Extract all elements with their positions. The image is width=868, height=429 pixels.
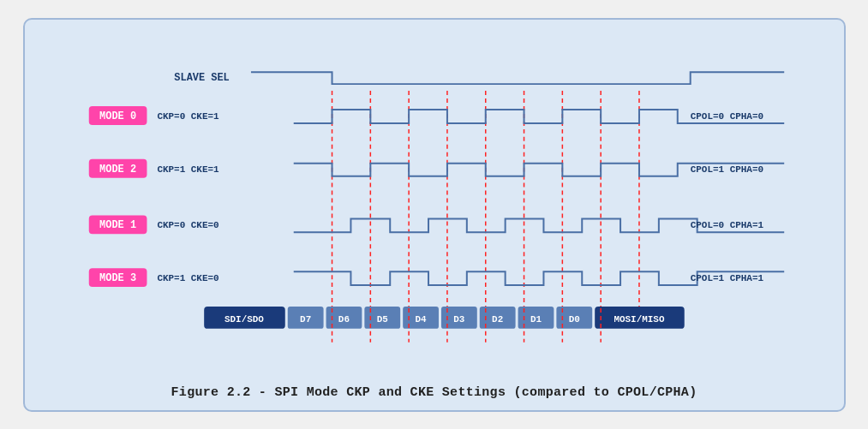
figure-caption: Figure 2.2 - SPI Mode CKP and CKE Settin… <box>171 385 697 400</box>
mode1-badge: MODE 1 <box>99 219 136 231</box>
mode3-badge: MODE 3 <box>99 272 136 284</box>
d6-label: D6 <box>338 313 349 324</box>
d0-label: D0 <box>568 313 579 324</box>
mode2-right: CPOL=1 CPHA=0 <box>690 164 763 174</box>
mode2-params: CKP=1 CKE=1 <box>157 164 219 174</box>
diagram-container: .mode-badge { fill: #ff44aa; rx: 4; } .m… <box>23 18 846 412</box>
mode3-right: CPOL=1 CPHA=1 <box>690 273 763 283</box>
d1-label: D1 <box>530 313 542 324</box>
mode0-badge: MODE 0 <box>99 110 136 122</box>
d7-label: D7 <box>300 313 311 324</box>
mode2-badge: MODE 2 <box>99 163 136 175</box>
mosi-miso-label: MOSI/MISO <box>614 313 665 324</box>
sdi-sdo-label: SDI/SDO <box>224 313 263 324</box>
diagram-area: .mode-badge { fill: #ff44aa; rx: 4; } .m… <box>42 35 827 377</box>
diagram-svg: .mode-badge { fill: #ff44aa; rx: 4; } .m… <box>42 35 827 377</box>
d3-label: D3 <box>453 313 465 324</box>
d5-label: D5 <box>376 313 387 324</box>
mode0-params: CKP=0 CKE=1 <box>157 110 219 121</box>
d4-label: D4 <box>415 313 427 324</box>
mode1-right: CPOL=0 CPHA=1 <box>690 220 763 230</box>
d2-label: D2 <box>492 313 503 324</box>
slave-sel-label: SLAVE SEL <box>174 72 229 84</box>
mode1-params: CKP=0 CKE=0 <box>157 220 218 230</box>
mode0-right: CPOL=0 CPHA=0 <box>690 110 763 121</box>
mode3-params: CKP=1 CKE=0 <box>157 273 218 283</box>
